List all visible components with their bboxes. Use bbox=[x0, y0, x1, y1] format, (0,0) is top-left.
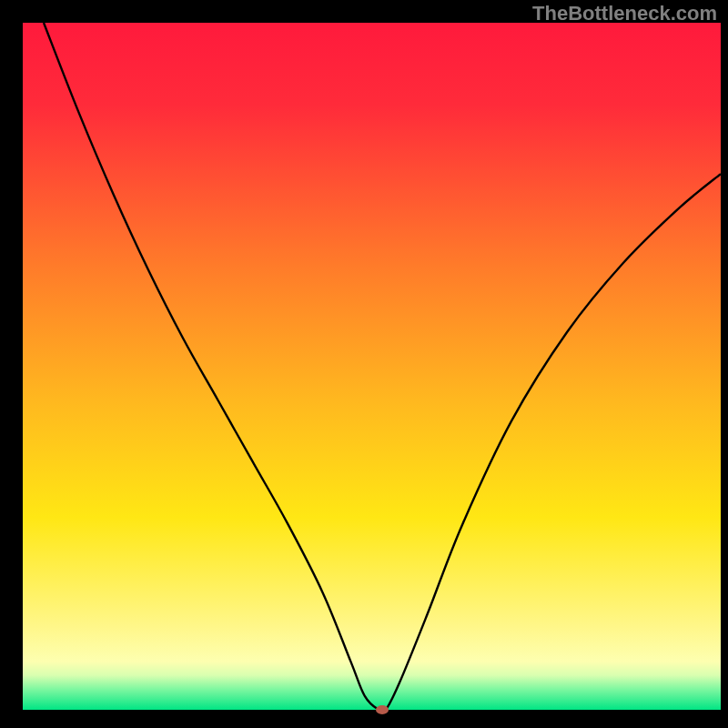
watermark-text: TheBottleneck.com bbox=[532, 2, 717, 25]
optimal-point-marker bbox=[376, 705, 389, 714]
frame-bottom bbox=[0, 710, 728, 728]
chart-background-gradient bbox=[23, 23, 721, 710]
chart-container: TheBottleneck.com bbox=[0, 0, 728, 728]
frame-left bbox=[0, 0, 23, 728]
frame-right bbox=[721, 0, 728, 728]
bottleneck-chart bbox=[0, 0, 728, 728]
